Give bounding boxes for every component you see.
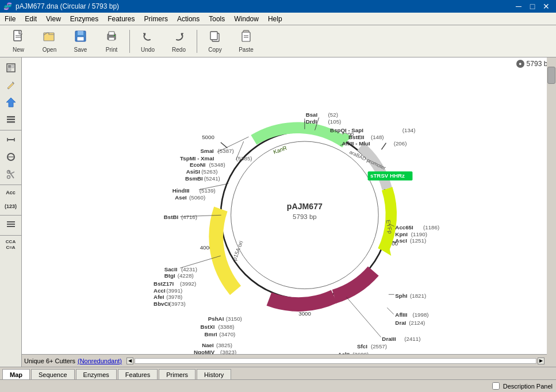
- description-panel-area: Description Panel: [492, 382, 553, 390]
- tab-enzymes[interactable]: Enzymes: [76, 369, 117, 379]
- open-icon: [43, 29, 56, 45]
- svg-text:BstXI: BstXI: [201, 324, 215, 330]
- menu-edit[interactable]: Edit: [20, 14, 41, 24]
- sidebar-group-4: CCAC=A: [0, 235, 21, 253]
- svg-text:AseI: AseI: [175, 194, 187, 201]
- svg-text:p15A ori: p15A ori: [231, 240, 244, 261]
- menu-features[interactable]: Features: [103, 14, 139, 24]
- svg-text:(2411): (2411): [404, 336, 420, 342]
- menu-enzymes[interactable]: Enzymes: [66, 14, 103, 24]
- vertical-scrollbar[interactable]: [547, 57, 556, 367]
- sidebar: Acc (123) CCAC=A: [0, 57, 22, 367]
- redo-label: Redo: [172, 47, 186, 53]
- close-button[interactable]: ✕: [540, 1, 553, 11]
- description-panel-checkbox[interactable]: [492, 382, 500, 390]
- svg-text:(2124): (2124): [409, 320, 425, 326]
- select-tool-button[interactable]: [2, 60, 20, 76]
- svg-line-84: [387, 308, 394, 314]
- sidebar-group-2: Acc (123): [0, 185, 21, 213]
- svg-text:AfeI: AfeI: [154, 294, 164, 300]
- svg-text:(1251): (1251): [410, 237, 426, 244]
- svg-text:AsiSI: AsiSI: [186, 168, 201, 175]
- svg-text:KanR: KanR: [273, 144, 288, 155]
- minimize-button[interactable]: ─: [512, 1, 525, 11]
- menu-view[interactable]: View: [41, 14, 66, 24]
- save-icon: [74, 29, 87, 45]
- print-button[interactable]: Print: [97, 28, 126, 55]
- paste-icon: [239, 29, 253, 45]
- save-label: Save: [74, 47, 87, 53]
- open-button[interactable]: Open: [34, 28, 64, 55]
- codon-lines-button[interactable]: [2, 217, 20, 233]
- resize-tool-button[interactable]: [2, 132, 20, 148]
- acc-tool-button[interactable]: Acc: [2, 186, 20, 199]
- svg-marker-21: [6, 98, 16, 107]
- svg-text:KpnI: KpnI: [395, 231, 408, 237]
- svg-text:(2557): (2557): [371, 343, 387, 349]
- svg-text:(206): (206): [394, 140, 407, 147]
- tab-history[interactable]: History: [197, 369, 231, 379]
- svg-rect-18: [8, 65, 11, 68]
- scroll-right-button[interactable]: ▶: [538, 358, 545, 364]
- menu-file[interactable]: File: [0, 14, 20, 24]
- menu-help[interactable]: Help: [263, 14, 287, 24]
- tab-map[interactable]: Map: [2, 369, 30, 379]
- svg-text:(5139): (5139): [200, 187, 216, 194]
- svg-text:(5387): (5387): [218, 148, 234, 154]
- svg-text:(1186): (1186): [423, 224, 439, 230]
- svg-rect-14: [242, 32, 250, 41]
- svg-rect-34: [7, 226, 15, 227]
- nonredundant-link[interactable]: (Nonredundant): [78, 358, 122, 364]
- main-area: Acc (123) CCAC=A ● 5793 bp: [0, 57, 556, 367]
- menu-actions[interactable]: Actions: [172, 14, 204, 24]
- plasmid-map: 1000 2000 3000 4000 5000 KanR araBAD pro…: [22, 57, 547, 358]
- copy-button[interactable]: Copy: [200, 28, 230, 55]
- svg-text:AccI: AccI: [154, 287, 166, 294]
- maximize-button[interactable]: □: [526, 1, 539, 11]
- map-area[interactable]: ● 5793 bp 1000 2000 3000: [22, 57, 556, 367]
- toolbar-sep-2: [197, 30, 197, 53]
- window-title: pAJM677.dna (Circular / 5793 bp): [16, 2, 119, 10]
- save-button[interactable]: Save: [66, 28, 95, 55]
- svg-text:(1998): (1998): [412, 312, 428, 318]
- tab-primers[interactable]: Primers: [159, 369, 195, 379]
- pencil-tool-button[interactable]: [2, 77, 20, 93]
- svg-line-29: [11, 172, 14, 174]
- lines-tool-button[interactable]: [2, 112, 20, 128]
- undo-button[interactable]: Undo: [133, 28, 163, 55]
- svg-text:(5385): (5385): [236, 155, 252, 162]
- svg-text:5000: 5000: [202, 134, 214, 140]
- title-bar: 🧬 pAJM677.dna (Circular / 5793 bp) ─ □ ✕: [0, 0, 556, 13]
- redo-button[interactable]: Redo: [164, 28, 194, 55]
- num-tool-button[interactable]: (123): [2, 200, 20, 213]
- cut-tool-button[interactable]: [2, 166, 20, 182]
- menu-tools[interactable]: Tools: [204, 14, 229, 24]
- svg-text:HindIII: HindIII: [172, 187, 190, 194]
- svg-rect-6: [77, 37, 84, 41]
- svg-text:BbvCI: BbvCI: [154, 301, 170, 307]
- svg-text:(148): (148): [371, 134, 384, 140]
- svg-rect-19: [8, 68, 11, 71]
- svg-text:(4716): (4716): [181, 214, 197, 220]
- paste-button[interactable]: Paste: [231, 28, 261, 55]
- circle-tool-button[interactable]: [2, 149, 20, 165]
- new-button[interactable]: New: [3, 28, 33, 55]
- svg-rect-12: [210, 32, 217, 40]
- tab-sequence[interactable]: Sequence: [31, 369, 75, 379]
- menu-primers[interactable]: Primers: [140, 14, 172, 24]
- svg-text:BtgI: BtgI: [164, 272, 175, 279]
- svg-text:BsmBI: BsmBI: [185, 175, 203, 182]
- svg-text:(105): (105): [328, 118, 342, 125]
- svg-text:3000: 3000: [298, 310, 311, 317]
- arrow-tool-button[interactable]: [2, 94, 20, 110]
- codon-tool-button[interactable]: CCAC=A: [2, 237, 20, 253]
- menu-window[interactable]: Window: [229, 14, 263, 24]
- scroll-left-button[interactable]: ◀: [126, 358, 133, 364]
- svg-text:SmaI: SmaI: [201, 148, 214, 154]
- tab-features[interactable]: Features: [118, 369, 158, 379]
- sidebar-group-1: [0, 130, 21, 148]
- svg-text:BstBI: BstBI: [164, 214, 179, 220]
- horizontal-track[interactable]: [135, 358, 536, 364]
- undo-icon: [141, 29, 155, 45]
- svg-text:SacII: SacII: [164, 266, 178, 272]
